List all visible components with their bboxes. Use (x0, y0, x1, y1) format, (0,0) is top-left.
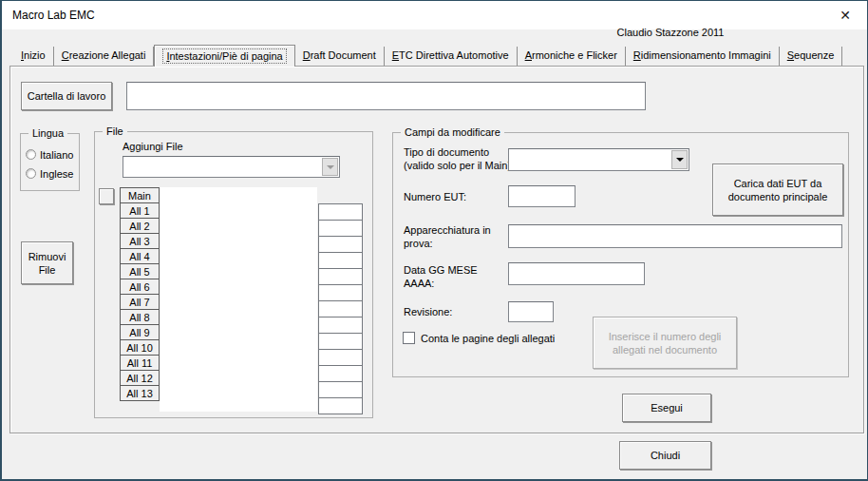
lingua-group-title: Lingua (28, 127, 67, 139)
file-row-label-main[interactable]: Main (120, 187, 160, 203)
radio-italiano-label: Italiano (40, 148, 73, 162)
allegato-pages-field-7[interactable] (318, 300, 363, 317)
rimuovi-file-button[interactable]: Rimuovi File (21, 241, 73, 284)
allegato-pages-field-3[interactable] (318, 236, 363, 253)
tipo-documento-combo[interactable] (508, 148, 689, 171)
data-field[interactable] (508, 262, 645, 285)
workdir-path-field[interactable] (126, 82, 646, 110)
allegato-pages-field-6[interactable] (318, 284, 363, 301)
tab-creazione-allegati[interactable]: Creazione Allegati (54, 47, 155, 66)
allegato-pages-field-2[interactable] (318, 220, 363, 237)
cartella-di-lavoro-button[interactable]: Cartella di lavoro (21, 82, 112, 110)
allegato-pages-field-13[interactable] (318, 397, 363, 414)
campi-group-title: Campi da modificare (401, 126, 504, 138)
file-row-label-all10[interactable]: All 10 (120, 339, 160, 356)
file-row-label-all2[interactable]: All 2 (120, 218, 160, 234)
allegato-pages-field-8[interactable] (318, 317, 363, 334)
tipo-documento-combo-button[interactable] (671, 150, 688, 169)
numero-eut-label: Numero EUT: (404, 190, 466, 203)
file-row-label-all9[interactable]: All 9 (120, 324, 160, 340)
titlebar: Macro Lab EMC ✕ (2, 1, 867, 29)
add-file-combo[interactable] (123, 156, 340, 178)
tab-strip: Inizio Creazione Allegati Intestazioni/P… (13, 47, 842, 66)
revisione-label: Revisione: (404, 305, 452, 318)
esegui-button[interactable]: Esegui (622, 394, 711, 422)
allegato-pages-field-10[interactable] (318, 349, 363, 366)
allegato-pages-field-11[interactable] (318, 365, 363, 382)
file-row-label-all7[interactable]: All 7 (120, 294, 160, 310)
data-label-line1: Data GG MESE (404, 263, 478, 277)
data-label-line2: AAAA: (404, 277, 434, 290)
apparecchiatura-field[interactable] (508, 224, 842, 248)
file-row-label-all13[interactable]: All 13 (120, 385, 160, 401)
conta-pagine-checkbox[interactable] (403, 332, 415, 344)
aggiungi-file-label: Aggiungi File (123, 140, 183, 153)
file-list-area[interactable] (160, 187, 317, 412)
file-row-label-all8[interactable]: All 8 (120, 309, 160, 325)
file-row-label-all3[interactable]: All 3 (120, 233, 160, 249)
file-row-label-all4[interactable]: All 4 (120, 248, 160, 264)
allegato-pages-field-12[interactable] (318, 381, 363, 398)
apparecchiatura-label-line2: prova: (404, 237, 433, 250)
revisione-field[interactable] (508, 301, 554, 322)
radio-italiano[interactable] (26, 149, 36, 160)
tab-inizio[interactable]: Inizio (13, 47, 54, 66)
file-row-label-all6[interactable]: All 6 (120, 279, 160, 295)
allegato-pages-field-1[interactable] (318, 203, 363, 221)
file-row-label-all5[interactable]: All 5 (120, 263, 160, 279)
apparecchiatura-label-line1: Apparecchiatura in (404, 223, 491, 237)
allegato-pages-field-9[interactable] (318, 333, 363, 350)
file-list-corner-button[interactable] (99, 188, 114, 204)
radio-inglese-label: Inglese (40, 167, 73, 181)
allegato-pages-field-5[interactable] (318, 268, 363, 285)
chevron-down-icon (676, 158, 684, 162)
file-row-label-all12[interactable]: All 12 (120, 370, 160, 386)
window-title: Macro Lab EMC (12, 1, 95, 29)
tab-etc-direttiva-automotive[interactable]: ETC Direttiva Automotive (385, 47, 518, 66)
tab-armoniche-e-flicker[interactable]: Armoniche e Flicker (518, 47, 626, 66)
carica-dati-eut-button[interactable]: Carica dati EUT da documento principale (712, 164, 843, 216)
radio-inglese[interactable] (26, 168, 36, 179)
file-row-label-all1[interactable]: All 1 (120, 202, 160, 219)
credit-text: Claudio Stazzone 2011 (576, 27, 765, 38)
close-icon: ✕ (840, 8, 851, 23)
tipo-documento-label-line1: Tipo di documento (404, 145, 489, 159)
tipo-documento-label-line2: (valido solo per il Main) (404, 159, 511, 172)
chevron-down-icon (327, 165, 334, 169)
numero-eut-field[interactable] (508, 185, 576, 207)
close-button[interactable]: ✕ (823, 1, 867, 29)
inserisce-numero-allegati-button: Inserisce il numero degli allegati nel d… (593, 317, 737, 369)
tab-draft-document[interactable]: Draft Document (295, 47, 385, 66)
allegato-pages-field-4[interactable] (318, 252, 363, 269)
chiudi-button[interactable]: Chiudi (619, 441, 711, 470)
file-row-label-all11[interactable]: All 11 (120, 355, 160, 371)
add-file-combo-button[interactable] (322, 158, 338, 176)
tab-sequenze[interactable]: Sequenze (780, 47, 843, 66)
tab-ridimensionamento-immagini[interactable]: Ridimensionamento Immagini (626, 47, 780, 66)
tab-intestazioni-pie-di-pagina[interactable]: Intestazioni/Piè di pagina (154, 45, 294, 67)
file-group-title: File (103, 125, 127, 137)
lingua-group: Lingua (20, 133, 80, 191)
conta-pagine-checkbox-label: Conta le pagine degli allegati (421, 332, 555, 345)
app-window: Macro Lab EMC ✕ Claudio Stazzone 2011 In… (0, 0, 868, 481)
